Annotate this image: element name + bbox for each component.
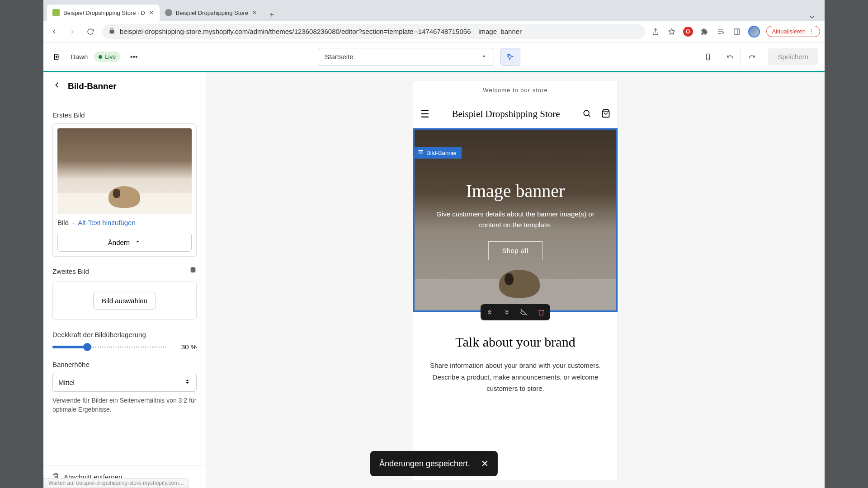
exit-editor-button[interactable] xyxy=(50,50,64,64)
banner-height-select[interactable]: Mittel xyxy=(52,373,197,392)
opacity-value: 30 % xyxy=(174,343,197,351)
rich-text-body[interactable]: Share information about your brand with … xyxy=(427,360,604,394)
svg-point-11 xyxy=(508,56,508,56)
url-text: beispiel-dropshipping-store.myshopify.co… xyxy=(120,28,522,35)
section-selection-tag[interactable]: Bild-Banner xyxy=(413,147,462,159)
new-tab-button[interactable]: ＋ xyxy=(265,8,278,21)
save-toast: Änderungen gespeichert. ✕ xyxy=(370,451,498,476)
status-bar: Warten auf beispiel-dropshipping-store.m… xyxy=(43,478,189,488)
first-image-card: Bild · Alt-Text hinzufügen Ändern xyxy=(52,123,197,257)
svg-marker-1 xyxy=(669,28,675,34)
forward-button[interactable] xyxy=(66,25,79,38)
image-thumbnail[interactable] xyxy=(57,128,192,214)
svg-rect-20 xyxy=(419,153,423,154)
more-actions-button[interactable]: ••• xyxy=(127,50,141,64)
select-arrows-icon xyxy=(184,378,191,386)
mobile-preview-frame: Welcome to our store ☰ Beispiel Dropship… xyxy=(413,80,618,480)
search-icon[interactable] xyxy=(582,109,591,120)
tab-title: Beispiel Dropshipping Store xyxy=(176,9,248,16)
side-panel-icon[interactable] xyxy=(732,27,742,37)
reading-list-icon[interactable] xyxy=(716,27,726,37)
svg-rect-5 xyxy=(734,29,740,34)
tab-title: Beispiel Dropshipping Store · D xyxy=(63,9,145,16)
store-name[interactable]: Beispiel Dropshipping Store xyxy=(452,108,560,120)
svg-point-10 xyxy=(509,54,510,54)
editor-toolbar: Dawn Live ••• Startseite xyxy=(43,42,825,72)
rich-text-section[interactable]: Talk about your brand Share information … xyxy=(413,312,618,408)
back-button[interactable] xyxy=(48,25,61,38)
change-image-button[interactable]: Ändern xyxy=(57,233,192,252)
browser-tab[interactable]: Beispiel Dropshipping Store ✕ xyxy=(160,5,263,21)
tabs-overflow-icon[interactable] xyxy=(808,14,821,21)
hamburger-menu-icon[interactable]: ☰ xyxy=(420,108,429,120)
add-alt-text-link[interactable]: Alt-Text hinzufügen xyxy=(78,219,136,226)
rich-text-heading[interactable]: Talk about your brand xyxy=(427,334,604,350)
bookmark-icon[interactable] xyxy=(667,27,677,37)
close-tab-icon[interactable]: ✕ xyxy=(252,9,257,16)
lock-icon xyxy=(108,28,115,36)
close-tab-icon[interactable]: ✕ xyxy=(149,9,154,16)
section-title: Bild-Banner xyxy=(68,81,117,91)
move-down-icon[interactable] xyxy=(502,308,511,317)
opacity-slider[interactable] xyxy=(52,346,168,348)
more-icon: ⋮ xyxy=(808,28,814,35)
move-up-icon[interactable] xyxy=(485,308,494,317)
svg-point-15 xyxy=(584,110,589,116)
profile-avatar[interactable] xyxy=(748,26,760,38)
delete-section-icon[interactable] xyxy=(537,308,546,317)
dynamic-source-icon[interactable] xyxy=(189,267,197,276)
svg-rect-12 xyxy=(707,54,710,60)
store-header: ☰ Beispiel Dropshipping Store xyxy=(413,100,618,128)
caret-down-icon xyxy=(134,238,141,246)
toast-message: Änderungen gespeichert. xyxy=(379,459,470,469)
preview-canvas: Welcome to our store ☰ Beispiel Dropship… xyxy=(206,72,825,488)
live-badge: Live xyxy=(94,52,120,62)
height-label: Bannerhöhe xyxy=(52,361,197,368)
announcement-bar[interactable]: Welcome to our store xyxy=(413,80,618,100)
hide-section-icon[interactable] xyxy=(519,308,528,317)
save-button[interactable]: Speichern xyxy=(768,48,818,65)
banner-text[interactable]: Give customers details about the banner … xyxy=(428,209,603,230)
back-to-sections-button[interactable] xyxy=(52,80,61,92)
second-image-card: Bild auswählen xyxy=(52,281,197,320)
redo-button[interactable] xyxy=(741,48,762,66)
browser-update-button[interactable]: Aktualisieren ⋮ xyxy=(766,26,820,37)
share-icon[interactable] xyxy=(651,27,660,37)
mobile-view-button[interactable] xyxy=(697,48,719,66)
first-image-label: Erstes Bild xyxy=(52,111,197,119)
select-image-button[interactable]: Bild auswählen xyxy=(93,292,156,310)
shop-all-button[interactable]: Shop all xyxy=(488,241,543,260)
section-icon xyxy=(418,149,424,156)
settings-sidebar: Bild-Banner Erstes Bild Bild · Alt-Text … xyxy=(43,72,206,488)
second-image-label: Zweites Bild xyxy=(52,267,89,275)
svg-rect-18 xyxy=(419,150,423,151)
url-input[interactable]: beispiel-dropshipping-store.myshopify.co… xyxy=(102,24,645,39)
svg-line-16 xyxy=(589,115,590,117)
favicon-icon xyxy=(165,9,172,16)
extensions-icon[interactable] xyxy=(699,27,709,37)
inspector-toggle-button[interactable] xyxy=(500,48,520,66)
browser-tab-strip: Beispiel Dropshipping Store · D ✕ Beispi… xyxy=(43,0,825,21)
cart-icon[interactable] xyxy=(601,109,610,120)
close-toast-button[interactable]: ✕ xyxy=(481,458,489,469)
banner-heading[interactable]: Image banner xyxy=(466,180,565,202)
extension-badge-icon[interactable]: O xyxy=(683,27,693,37)
browser-address-bar: beispiel-dropshipping-store.myshopify.co… xyxy=(43,21,825,42)
browser-tab-active[interactable]: Beispiel Dropshipping Store · D ✕ xyxy=(47,5,160,21)
height-hint: Verwende für Bilder ein Seitenverhältnis… xyxy=(52,396,197,414)
undo-button[interactable] xyxy=(719,48,741,66)
svg-rect-19 xyxy=(419,151,423,152)
reload-button[interactable] xyxy=(84,25,97,38)
opacity-label: Deckkraft der Bildüberlagerung xyxy=(52,331,197,338)
shopify-favicon-icon xyxy=(52,9,60,16)
svg-point-9 xyxy=(508,54,509,55)
page-selector[interactable]: Startseite xyxy=(318,48,494,66)
chevron-down-icon xyxy=(481,53,487,61)
section-floating-toolbar xyxy=(481,304,550,320)
image-label: Bild xyxy=(57,219,69,226)
theme-name: Dawn xyxy=(71,53,88,61)
